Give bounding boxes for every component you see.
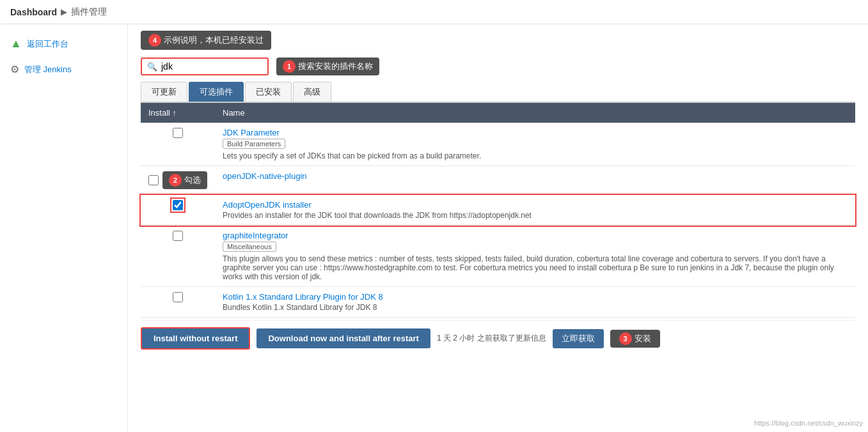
download-and-install-button[interactable]: Download now and install after restart: [256, 328, 430, 348]
plugin-desc: Bundles Kotlin 1.x Standard Library for …: [223, 303, 848, 312]
plugin-desc: Provides an installer for the JDK tool t…: [223, 211, 848, 220]
sidebar-manage-label[interactable]: 管理 Jenkins: [24, 64, 72, 75]
checkbox-cell: [141, 195, 215, 226]
plugin-name-cell: Kotlin 1.x Standard Library Plugin for J…: [215, 287, 855, 318]
tab-updatable[interactable]: 可更新: [141, 82, 187, 102]
search-row: 🔍 1 搜索安装的插件名称: [141, 58, 855, 75]
checkbox-cell: [141, 123, 215, 166]
arrow-up-icon: ▲: [10, 37, 22, 50]
update-info-text: 1 天 2 小时 之前获取了更新信息: [437, 333, 546, 344]
annotation3-text: 安装: [635, 333, 651, 344]
search-icon: 🔍: [147, 62, 157, 72]
search-box-container: 🔍: [141, 58, 269, 75]
col-install[interactable]: Install ↑: [141, 103, 215, 123]
plugin-name-link[interactable]: AdoptOpenJDK installer: [223, 200, 312, 210]
table-row: graphiteIntegratorMiscellaneousThis plug…: [141, 226, 855, 287]
plugin-checkbox[interactable]: [173, 128, 183, 138]
plugin-name-cell: JDK ParameterBuild ParametersLets you sp…: [215, 123, 855, 166]
plugin-checkbox[interactable]: [173, 231, 183, 241]
plugin-desc: This plugin allows you to send these met…: [223, 254, 848, 281]
table-row: AdoptOpenJDK installerProvides an instal…: [141, 195, 855, 226]
annotation3-bubble: 3 安装: [610, 330, 660, 348]
annotation2-bubble: 2勾选: [162, 171, 207, 189]
plugin-desc: Lets you specify a set of JDKs that can …: [223, 151, 848, 160]
plugin-checkbox[interactable]: [173, 200, 183, 210]
plugin-name-link[interactable]: graphiteIntegrator: [223, 231, 288, 240]
tabs-container: 可更新 可选插件 已安装 高级: [141, 82, 855, 103]
fetch-now-button[interactable]: 立即获取: [553, 329, 604, 348]
checkbox-cell: 2勾选: [141, 166, 215, 195]
plugin-name-link[interactable]: openJDK-native-plugin: [223, 171, 307, 181]
checkbox-cell: [141, 287, 215, 318]
plugin-tag: Build Parameters: [223, 139, 285, 149]
tab-advanced[interactable]: 高级: [293, 82, 331, 102]
sidebar-back-label[interactable]: 返回工作台: [27, 38, 68, 50]
annotation4-text: 示例说明，本机已经安装过: [164, 35, 264, 46]
plugin-name-link[interactable]: JDK Parameter: [223, 128, 280, 137]
plugin-checkbox[interactable]: [173, 292, 183, 302]
sidebar-item-manage[interactable]: ⚙ 管理 Jenkins: [0, 57, 127, 82]
breadcrumb-current: 插件管理: [71, 6, 107, 18]
watermark: https://blog.csdn.net/csdn_wuxinzy: [754, 419, 863, 427]
layout: ▲ 返回工作台 ⚙ 管理 Jenkins 4 示例说明，本机已经安装过 🔍 1 …: [0, 24, 868, 432]
annotation1-bubble: 1 搜索安装的插件名称: [276, 58, 379, 75]
plugin-checkbox[interactable]: [148, 175, 159, 185]
table-row: JDK ParameterBuild ParametersLets you sp…: [141, 123, 855, 166]
sidebar-item-back[interactable]: ▲ 返回工作台: [0, 31, 127, 57]
annotation2-text: 勾选: [184, 174, 201, 186]
annotation4-container: 4 示例说明，本机已经安装过: [141, 31, 855, 54]
plugin-table: Install ↑ Name JDK ParameterBuild Parame…: [141, 103, 855, 318]
main-content: 4 示例说明，本机已经安装过 🔍 1 搜索安装的插件名称 可更新 可选插件 已安…: [128, 24, 868, 432]
tab-installed[interactable]: 已安装: [245, 82, 292, 102]
plugin-name-cell: AdoptOpenJDK installerProvides an instal…: [215, 195, 855, 226]
plugin-name-link[interactable]: Kotlin 1.x Standard Library Plugin for J…: [223, 292, 383, 302]
annotation3-badge: 3: [619, 332, 632, 345]
breadcrumb-dashboard[interactable]: Dashboard: [10, 7, 57, 17]
annotation1-text: 搜索安装的插件名称: [298, 61, 373, 72]
plugin-name-cell: graphiteIntegratorMiscellaneousThis plug…: [215, 226, 855, 287]
tab-optional[interactable]: 可选插件: [189, 82, 244, 102]
table-row: Kotlin 1.x Standard Library Plugin for J…: [141, 287, 855, 318]
breadcrumb-arrow: ▶: [61, 7, 67, 17]
top-bar: Dashboard ▶ 插件管理: [0, 0, 868, 24]
search-input[interactable]: [161, 61, 251, 72]
bottom-bar: Install without restart Download now and…: [141, 320, 855, 353]
sidebar: ▲ 返回工作台 ⚙ 管理 Jenkins: [0, 24, 128, 432]
gear-icon: ⚙: [10, 63, 19, 75]
annotation4-bubble: 4 示例说明，本机已经安装过: [141, 31, 271, 50]
plugin-name-cell: openJDK-native-plugin: [215, 166, 855, 195]
annotation1-badge: 1: [283, 60, 296, 73]
col-name: Name: [215, 103, 855, 123]
checkbox-cell: [141, 226, 215, 287]
plugin-tag: Miscellaneous: [223, 242, 276, 252]
table-row: 2勾选openJDK-native-plugin: [141, 166, 855, 195]
annotation2-badge: 2: [169, 174, 182, 187]
annotation4-badge: 4: [148, 34, 161, 47]
install-without-restart-button[interactable]: Install without restart: [141, 327, 250, 350]
